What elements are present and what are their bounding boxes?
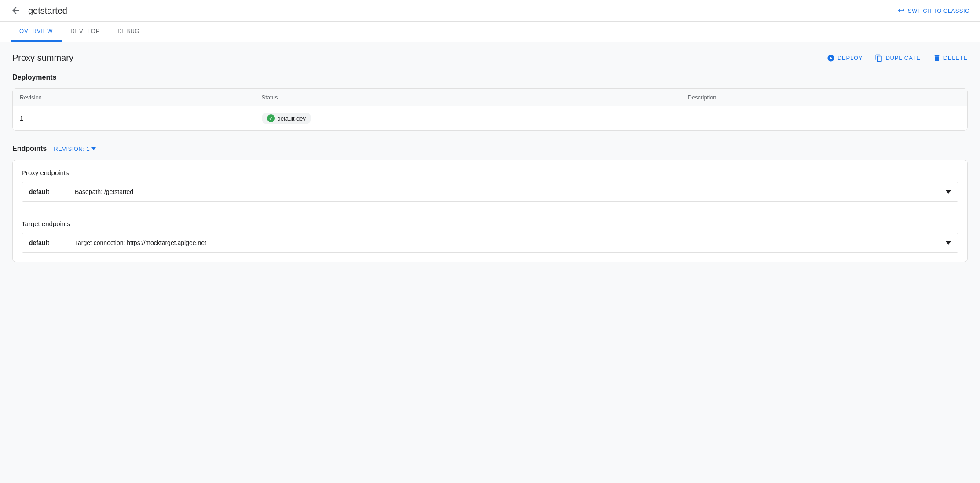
- tab-debug[interactable]: DEBUG: [109, 22, 148, 42]
- revision-dropdown[interactable]: REVISION: 1: [54, 146, 96, 152]
- tabs-bar: OVERVIEW DEVELOP DEBUG: [0, 22, 980, 42]
- endpoints-card: Proxy endpoints default Basepath: /getst…: [12, 160, 968, 262]
- table-row: 1 default-dev: [13, 106, 967, 131]
- tab-overview[interactable]: OVERVIEW: [11, 22, 62, 42]
- proxy-endpoint-name: default: [29, 188, 64, 195]
- divider: [13, 211, 967, 211]
- revision-label: REVISION: 1: [54, 146, 90, 152]
- deployments-card: Revision Status Description 1 default-de…: [12, 88, 968, 131]
- duplicate-label: DUPLICATE: [885, 55, 920, 61]
- col-description: Description: [681, 89, 967, 106]
- cell-description: [681, 106, 967, 131]
- switch-to-classic-button[interactable]: SWITCH TO CLASSIC: [897, 7, 969, 15]
- top-bar-left: getstarted: [11, 5, 67, 16]
- deployments-table: Revision Status Description 1 default-de…: [13, 89, 967, 130]
- delete-label: DELETE: [943, 55, 968, 61]
- col-revision: Revision: [13, 89, 255, 106]
- status-label: default-dev: [278, 115, 306, 122]
- endpoints-section-title: Endpoints: [12, 145, 47, 153]
- action-buttons: DEPLOY DUPLICATE DELETE: [827, 54, 968, 62]
- proxy-endpoints-title: Proxy endpoints: [22, 169, 958, 176]
- target-endpoint-row[interactable]: default Target connection: https://mockt…: [22, 233, 958, 253]
- deploy-label: DEPLOY: [837, 55, 863, 61]
- target-endpoint-row-left: default Target connection: https://mockt…: [29, 239, 206, 246]
- back-button[interactable]: [11, 5, 21, 16]
- deployments-section-title: Deployments: [12, 73, 968, 81]
- cell-revision: 1: [13, 106, 255, 131]
- proxy-summary-header: Proxy summary DEPLOY DUPLICATE DELETE: [12, 53, 968, 63]
- target-endpoint-info: Target connection: https://mocktarget.ap…: [75, 239, 206, 246]
- proxy-endpoint-info: Basepath: /getstarted: [75, 188, 133, 195]
- status-dot-icon: [267, 114, 275, 122]
- main-content: Proxy summary DEPLOY DUPLICATE DELETE: [0, 42, 980, 273]
- status-badge: default-dev: [262, 113, 311, 124]
- duplicate-button[interactable]: DUPLICATE: [875, 54, 920, 62]
- tab-develop[interactable]: DEVELOP: [62, 22, 109, 42]
- proxy-endpoint-row[interactable]: default Basepath: /getstarted: [22, 182, 958, 202]
- target-endpoints-title: Target endpoints: [22, 220, 958, 227]
- chevron-down-icon: [946, 190, 951, 194]
- table-header-row: Revision Status Description: [13, 89, 967, 106]
- deployments-table-container: Revision Status Description 1 default-de…: [13, 89, 967, 130]
- delete-button[interactable]: DELETE: [933, 54, 968, 62]
- target-endpoint-name: default: [29, 239, 64, 246]
- cell-status: default-dev: [255, 106, 681, 131]
- chevron-down-icon: [91, 147, 96, 150]
- col-status: Status: [255, 89, 681, 106]
- top-bar: getstarted SWITCH TO CLASSIC: [0, 0, 980, 22]
- proxy-endpoint-row-left: default Basepath: /getstarted: [29, 188, 133, 195]
- page-title: getstarted: [28, 6, 67, 16]
- proxy-summary-title: Proxy summary: [12, 53, 73, 63]
- chevron-down-icon: [946, 242, 951, 245]
- deploy-button[interactable]: DEPLOY: [827, 54, 863, 62]
- endpoints-header: Endpoints REVISION: 1: [12, 145, 968, 153]
- switch-classic-label: SWITCH TO CLASSIC: [908, 7, 969, 14]
